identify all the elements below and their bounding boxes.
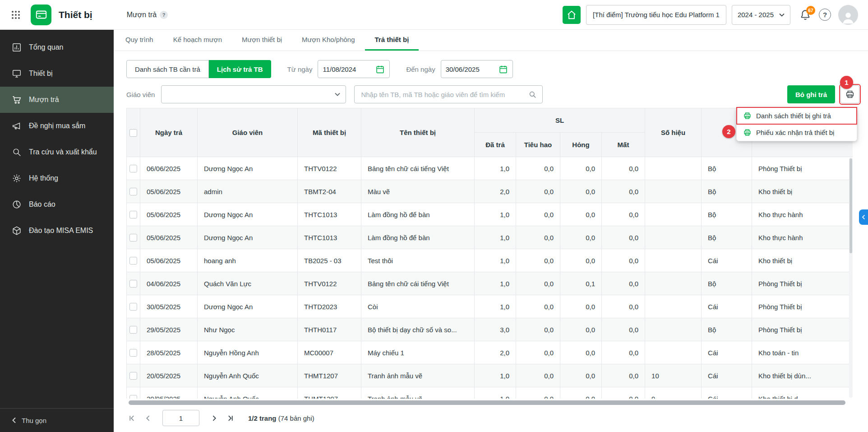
teacher-select[interactable] [161,85,346,103]
cell-consumed: 0,0 [516,180,560,203]
printer-icon [743,128,752,137]
tab-tra-thiet-bi[interactable]: Trả thiết bị [365,30,419,51]
row-checkbox[interactable] [129,303,137,311]
sidebar-item-de-nghi-mua-sam[interactable]: Đề nghị mua sắm [0,113,114,139]
table-row: 20/05/2025Nguyễn Anh QuốcTHMT1207Tranh ả… [127,387,853,399]
school-selector[interactable]: [Thí điểm] Trường tiểu học Edu Platform … [586,5,726,25]
sidebar-item-he-thong[interactable]: Hệ thống [0,165,114,191]
from-date-label: Từ ngày [287,65,313,73]
page-help-icon[interactable]: ? [160,11,168,19]
help-button[interactable]: ? [819,9,831,21]
toggle-lich-su-tra[interactable]: Lịch sử trả TB [209,60,271,78]
pagination-summary: 1/2 trang (74 bản ghi) [248,414,314,422]
cell-consumed: 0,0 [516,387,560,399]
cell-date: 05/06/2025 [140,226,198,249]
select-all-checkbox[interactable] [129,129,137,137]
unrecord-return-button[interactable]: Bỏ ghi trả [787,85,835,103]
page-title: Mượn trả ? [127,11,168,19]
table-row: 20/05/2025Nguyễn Anh QuốcTHMT1207Tranh ả… [127,364,853,387]
cell-returned: 1,0 [475,203,516,226]
sidebar-item-tong-quan[interactable]: Tổng quan [0,34,114,60]
tab-muon-kho-phong[interactable]: Mượn Kho/phòng [292,30,365,51]
header-hong: Hỏng [560,133,602,157]
table-row: 05/06/2025adminTBMT2-04Màu vẽ2,00,00,00,… [127,180,853,203]
cell-broken: 0,0 [560,295,602,318]
menu-item-danh-sach-ghi-tra[interactable]: Danh sách thiết bị ghi trả [737,107,857,124]
prev-page-button[interactable] [143,413,153,423]
header-mat: Mất [602,133,645,157]
sidebar-collapse-button[interactable]: Thu gọn [0,408,114,432]
last-page-button[interactable] [225,413,235,423]
menu-item-phieu-xac-nhan[interactable]: Phiếu xác nhận trả thiết bị [737,124,857,141]
toggle-danh-sach-can-tra[interactable]: Danh sách TB cần trả [126,60,209,78]
cell-lost: 0,0 [602,272,645,295]
cell-returned: 1,0 [475,295,516,318]
cell-lost: 0,0 [602,387,645,399]
calendar-icon[interactable] [375,65,385,74]
first-page-button[interactable] [126,413,137,423]
home-button[interactable] [563,6,581,24]
row-checkbox[interactable] [129,395,137,399]
cell-location: Kho thực hành [752,203,853,226]
cell-returned: 3,0 [475,318,516,341]
sidebar-item-muon-tra[interactable]: Mượn trả [0,87,114,113]
row-checkbox[interactable] [129,349,137,357]
row-checkbox-cell [127,226,140,249]
from-date-field[interactable]: 11/08/2024 [318,60,390,78]
tab-muon-thiet-bi[interactable]: Mượn thiết bị [232,30,292,51]
notifications-button[interactable]: 67 [799,9,811,21]
cell-name: Máy chiếu 1 [361,341,475,364]
cell-serial [645,157,702,180]
cell-location: Kho thực hành [752,226,853,249]
row-checkbox[interactable] [129,372,137,380]
cell-lost: 0,0 [602,318,645,341]
cell-unit: Bộ [702,226,752,249]
chevron-left-icon [862,214,865,220]
cell-code: THTC1013 [298,226,361,249]
to-date-field[interactable]: 30/06/2025 [441,60,513,78]
view-toggle: Danh sách TB cần trả Lịch sử trả TB [126,60,271,78]
row-checkbox[interactable] [129,211,137,218]
gear-icon [12,173,22,183]
cell-returned: 2,0 [475,341,516,364]
next-page-button[interactable] [208,413,219,423]
chevron-left-icon [12,417,16,423]
sidebar-item-thiet-bi[interactable]: Thiết bị [0,60,114,87]
search-input[interactable] [360,90,528,99]
teacher-label: Giáo viên [126,91,155,98]
header-so-hieu: Số hiệu [645,108,702,157]
sidebar-item-tra-cuu[interactable]: Tra cứu và xuất khẩu [0,139,114,165]
avatar[interactable] [838,5,858,25]
row-checkbox[interactable] [129,165,137,172]
cell-unit: Bộ [702,180,752,203]
page-number-input[interactable] [162,410,199,426]
search-icon[interactable] [528,90,537,99]
cell-serial [645,203,702,226]
horizontal-scrollbar[interactable] [126,400,853,405]
row-checkbox[interactable] [129,326,137,334]
tab-quy-trinh[interactable]: Quy trình [115,30,163,51]
cell-serial [645,180,702,203]
main-content: Quy trình Kế hoạch mượn Mượn thiết bị Mư… [114,30,868,432]
sidebar-item-dao-tao[interactable]: Đào tạo MISA EMIS [0,218,114,244]
topbar: Thiết bị Mượn trả ? [Thí điểm] Trường ti… [0,0,868,30]
cell-code: THTV0122 [298,157,361,180]
row-checkbox[interactable] [129,280,137,288]
sidebar-item-bao-cao[interactable]: Báo cáo [0,191,114,218]
panel-expand-tab[interactable] [859,209,868,225]
vertical-scrollbar[interactable] [849,158,853,398]
cell-broken: 0,0 [560,318,602,341]
cell-serial [645,295,702,318]
cell-unit: Bộ [702,272,752,295]
row-checkbox[interactable] [129,188,137,195]
apps-grid-icon[interactable] [10,9,22,21]
cell-name: Màu vẽ [361,180,475,203]
horizontal-scrollbar-thumb[interactable] [129,400,845,405]
school-year-selector[interactable]: 2024 - 2025 [732,5,790,25]
calendar-icon[interactable] [499,65,508,74]
row-checkbox[interactable] [129,257,137,265]
row-checkbox[interactable] [129,234,137,242]
pagination: 1/2 trang (74 bản ghi) [126,409,859,427]
cell-name: Còi [361,295,475,318]
tab-ke-hoach-muon[interactable]: Kế hoạch mượn [163,30,232,51]
